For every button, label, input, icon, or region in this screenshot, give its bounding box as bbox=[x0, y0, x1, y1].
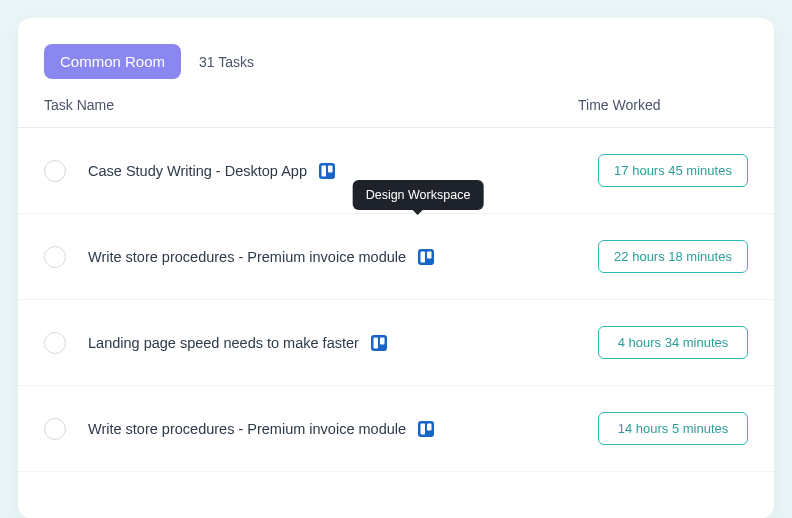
svg-rect-2 bbox=[328, 165, 333, 172]
task-card: Common Room 31 Tasks Task Name Time Work… bbox=[18, 18, 774, 518]
svg-rect-6 bbox=[371, 335, 387, 351]
task-row: Write store procedures - Premium invoice… bbox=[18, 386, 774, 472]
project-badge[interactable]: Common Room bbox=[44, 44, 181, 79]
column-headers: Task Name Time Worked bbox=[18, 97, 774, 128]
tooltip: Design Workspace bbox=[353, 180, 484, 210]
task-name-text: Write store procedures - Premium invoice… bbox=[88, 249, 406, 265]
svg-rect-8 bbox=[380, 337, 385, 344]
svg-rect-1 bbox=[321, 165, 326, 176]
svg-rect-3 bbox=[418, 249, 434, 265]
task-name-text: Case Study Writing - Desktop App bbox=[88, 163, 307, 179]
task-checkbox[interactable] bbox=[44, 332, 66, 354]
task-row-wrapper: Write store procedures - Premium invoice… bbox=[18, 386, 774, 472]
col-task-name: Task Name bbox=[44, 97, 578, 113]
task-checkbox[interactable] bbox=[44, 160, 66, 182]
task-name-cell: Write store procedures - Premium invoice… bbox=[88, 249, 598, 265]
task-name-text: Write store procedures - Premium invoice… bbox=[88, 421, 406, 437]
task-name-text: Landing page speed needs to make faster bbox=[88, 335, 359, 351]
task-count-label: 31 Tasks bbox=[199, 54, 254, 70]
card-header: Common Room 31 Tasks bbox=[18, 18, 774, 97]
task-name-cell: Write store procedures - Premium invoice… bbox=[88, 421, 598, 437]
task-row-wrapper: Design WorkspaceWrite store procedures -… bbox=[18, 214, 774, 300]
trello-icon[interactable] bbox=[371, 335, 387, 351]
svg-rect-5 bbox=[427, 251, 432, 258]
task-row: Write store procedures - Premium invoice… bbox=[18, 214, 774, 300]
svg-rect-10 bbox=[421, 423, 426, 434]
time-worked-pill: 4 hours 34 minutes bbox=[598, 326, 748, 359]
trello-icon[interactable] bbox=[418, 249, 434, 265]
svg-rect-11 bbox=[427, 423, 432, 430]
svg-rect-4 bbox=[421, 251, 426, 262]
trello-icon[interactable] bbox=[418, 421, 434, 437]
task-row: Landing page speed needs to make faster4… bbox=[18, 300, 774, 386]
col-time-worked: Time Worked bbox=[578, 97, 748, 113]
task-name-cell: Landing page speed needs to make faster bbox=[88, 335, 598, 351]
time-worked-pill: 14 hours 5 minutes bbox=[598, 412, 748, 445]
task-row-wrapper: Landing page speed needs to make faster4… bbox=[18, 300, 774, 386]
task-name-cell: Case Study Writing - Desktop App bbox=[88, 163, 598, 179]
svg-rect-7 bbox=[373, 337, 378, 348]
task-checkbox[interactable] bbox=[44, 418, 66, 440]
task-checkbox[interactable] bbox=[44, 246, 66, 268]
time-worked-pill: 22 hours 18 minutes bbox=[598, 240, 748, 273]
trello-icon[interactable] bbox=[319, 163, 335, 179]
task-rows: Case Study Writing - Desktop App17 hours… bbox=[18, 128, 774, 518]
svg-rect-9 bbox=[418, 421, 434, 437]
time-worked-pill: 17 hours 45 minutes bbox=[598, 154, 748, 187]
svg-rect-0 bbox=[319, 163, 335, 179]
